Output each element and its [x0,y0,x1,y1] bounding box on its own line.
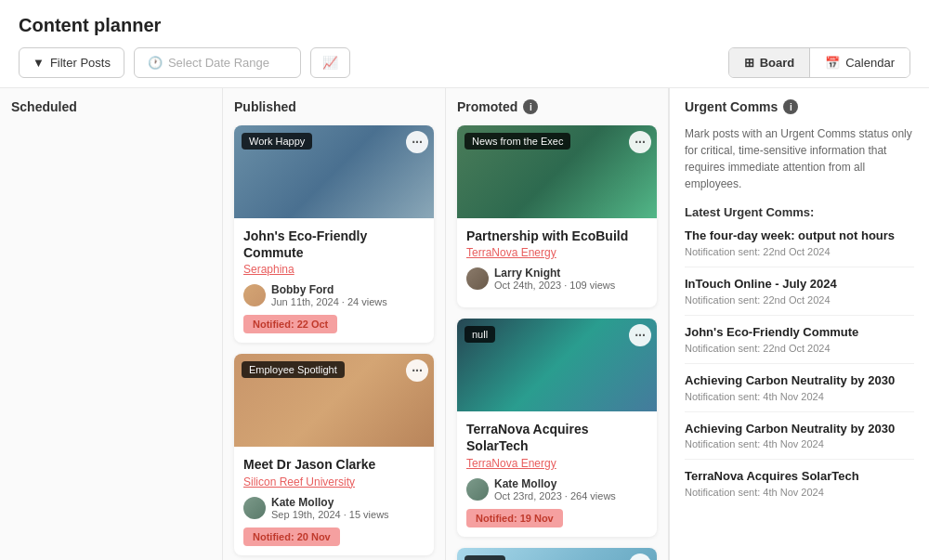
promoted-header: Promoted i [457,99,657,114]
card-body: Meet Dr Jason Clarke Silicon Reef Univer… [234,447,434,554]
urgent-description: Mark posts with an Urgent Comms status o… [685,125,914,192]
calendar-icon: 📅 [825,56,840,70]
urgent-item: John's Eco-Friendly Commute Notification… [685,325,914,364]
card-menu-button[interactable]: ··· [406,359,428,382]
card-image: News ··· [457,548,657,560]
urgent-comms-header: Urgent Comms i [685,99,914,114]
card-menu-button[interactable]: ··· [629,131,651,153]
card-image: News from the Exec ··· [457,125,657,218]
latest-urgent-title: Latest Urgent Comms: [685,205,914,219]
card-ecobuild[interactable]: News from the Exec ··· Partnership with … [457,125,657,307]
card-image: Employee Spotlight ··· [234,354,434,447]
card-johns-eco[interactable]: Work Happy ··· John's Eco-Friendly Commu… [234,125,434,343]
card-intouch[interactable]: News ··· InTouch Online – November 2024 [457,548,657,560]
filter-posts-button[interactable]: ▼ Filter Posts [19,47,124,78]
notification-badge: Notified: 22 Oct [243,315,337,333]
card-body: TerraNova Acquires SolarTech TerraNova E… [457,411,657,536]
card-author: Larry Knight Oct 24th, 2023 · 109 views [466,267,648,291]
card-tag: News from the Exec [464,133,570,150]
author-details: Larry Knight Oct 24th, 2023 · 109 views [494,267,615,291]
author-details: Bobby Ford Jun 11th, 2024 · 24 views [271,283,387,307]
avatar [243,284,266,306]
published-column: Published Work Happy ··· John's Eco-Frie… [223,88,446,560]
card-source[interactable]: Silicon Reef University [243,475,425,488]
card-tag: null [464,326,495,343]
card-image: null ··· [457,319,657,411]
avatar [243,497,266,519]
view-toggle: ⊞ Board 📅 Calendar [728,47,910,78]
urgent-item: Achieving Carbon Neutrality by 2030 Noti… [685,422,914,461]
card-title: Meet Dr Jason Clarke [243,456,425,473]
published-header: Published [234,99,434,114]
card-solartech[interactable]: null ··· TerraNova Acquires SolarTech Te… [457,319,657,536]
urgent-info-icon[interactable]: i [783,99,798,114]
card-body: John's Eco-Friendly Commute Seraphina Bo… [234,218,434,343]
card-source[interactable]: Seraphina [243,263,425,276]
card-jason-clarke[interactable]: Employee Spotlight ··· Meet Dr Jason Cla… [234,354,434,554]
promoted-column: Promoted i News from the Exec ··· Partne… [446,88,669,560]
card-image: Work Happy ··· [234,125,434,218]
card-tag: Employee Spotlight [242,361,345,378]
avatar [466,478,489,501]
card-author: Bobby Ford Jun 11th, 2024 · 24 views [243,283,425,307]
card-tag: Work Happy [242,133,312,150]
author-details: Kate Molloy Sep 19th, 2024 · 15 views [271,496,389,520]
promoted-info-icon[interactable]: i [523,99,538,114]
card-source[interactable]: TerraNova Energy [466,246,648,259]
card-title: Partnership with EcoBuild [466,228,648,244]
card-title: John's Eco-Friendly Commute [243,228,425,261]
urgent-item: TerraNova Acquires SolarTech Notificatio… [685,469,914,507]
chart-icon: 📈 [322,56,338,70]
page-title: Content planner [19,15,910,36]
scheduled-header: Scheduled [11,99,211,114]
avatar [466,267,489,290]
board-icon: ⊞ [744,56,754,70]
urgent-item: Achieving Carbon Neutrality by 2030 Noti… [685,373,914,412]
urgent-item: InTouch Online - July 2024 Notification … [685,277,914,316]
urgent-item: The four-day week: output not hours Noti… [685,228,914,267]
board-view-button[interactable]: ⊞ Board [729,48,811,77]
scheduled-column: Scheduled [0,88,223,560]
card-tag: News [464,555,505,560]
card-body: Partnership with EcoBuild TerraNova Ener… [457,218,657,307]
select-date-range-button[interactable]: 🕐 Select Date Range [134,47,301,78]
card-menu-button[interactable]: ··· [629,324,651,346]
urgent-comms-column: Urgent Comms i Mark posts with an Urgent… [669,88,929,560]
author-details: Kate Molloy Oct 23rd, 2023 · 264 views [494,477,616,501]
card-source[interactable]: TerraNova Energy [466,457,648,470]
notification-badge: Notified: 19 Nov [466,509,563,527]
card-title: TerraNova Acquires SolarTech [466,421,648,454]
board: Scheduled Published Work Happy ··· John'… [0,88,929,560]
toolbar: ▼ Filter Posts 🕐 Select Date Range 📈 ⊞ B… [19,47,910,78]
card-menu-button[interactable]: ··· [629,553,651,560]
header: Content planner ▼ Filter Posts 🕐 Select … [0,0,929,88]
card-author: Kate Molloy Sep 19th, 2024 · 15 views [243,496,425,520]
notification-badge: Notified: 20 Nov [243,527,340,546]
clock-icon: 🕐 [148,56,163,70]
card-menu-button[interactable]: ··· [406,131,428,153]
calendar-view-button[interactable]: 📅 Calendar [810,48,909,77]
filter-icon: ▼ [33,56,45,70]
chart-button[interactable]: 📈 [310,47,350,78]
card-author: Kate Molloy Oct 23rd, 2023 · 264 views [466,477,648,501]
